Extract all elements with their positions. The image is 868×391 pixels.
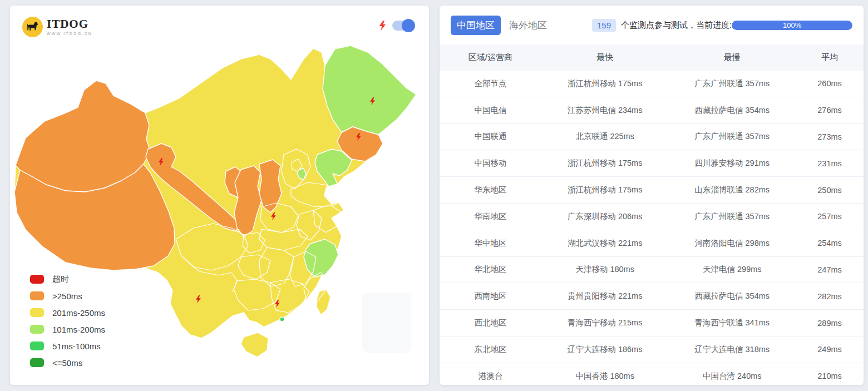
table-cell: 浙江杭州移动 175ms: [541, 158, 669, 169]
table-cell: 四川雅安移动 291ms: [668, 158, 796, 169]
column-header-1: 最快: [541, 52, 669, 63]
table-cell: 282ms: [796, 292, 864, 301]
map-watermark: [362, 293, 411, 353]
latency-legend: 超时>250ms201ms-250ms101ms-200ms51ms-100ms…: [30, 271, 105, 371]
table-cell: 中国台湾 240ms: [668, 371, 796, 382]
map-mode-toggle[interactable]: [392, 21, 413, 31]
table-cell: 浙江杭州移动 175ms: [541, 78, 669, 89]
table-cell: 广东广州联通 357ms: [668, 211, 796, 222]
table-cell: 广东广州联通 357ms: [668, 131, 796, 142]
table-cell: 东北地区: [440, 344, 541, 355]
legend-swatch: [30, 325, 44, 334]
legend-swatch: [30, 308, 44, 317]
province-hainan[interactable]: [241, 333, 268, 357]
table-cell: 华南地区: [440, 211, 541, 222]
logo-title: ITDOG: [47, 18, 92, 30]
legend-swatch: [30, 341, 44, 350]
itdog-logo: ITDOG WWW.ITDOG.CN: [22, 17, 92, 37]
results-table: 全部节点浙江杭州移动 175ms广东广州联通 357ms260ms中国电信江苏苏…: [440, 71, 864, 385]
table-cell: 289ms: [796, 319, 864, 328]
column-header-0: 区域/运营商: [440, 52, 541, 63]
table-cell: 华东地区: [440, 185, 541, 195]
table-row[interactable]: 中国联通北京联通 225ms广东广州联通 357ms273ms: [440, 124, 864, 151]
results-header: 中国地区 海外地区 159 个监测点参与测试，当前进度: 100%: [440, 6, 864, 44]
table-row[interactable]: 中国移动浙江杭州移动 175ms四川雅安移动 291ms231ms: [440, 150, 864, 177]
legend-swatch: [30, 358, 44, 367]
table-cell: 西北地区: [440, 318, 541, 328]
table-row[interactable]: 华南地区广东深圳移动 206ms广东广州联通 357ms257ms: [440, 204, 864, 230]
legend-item-4[interactable]: 51ms-100ms: [30, 338, 105, 354]
monitor-progress-label: 个监测点参与测试，当前进度:: [621, 20, 732, 31]
legend-label: <=50ms: [52, 358, 82, 368]
map-panel: ITDOG WWW.ITDOG.CN: [10, 6, 429, 385]
table-cell: 254ms: [796, 239, 864, 248]
table-row[interactable]: 西北地区青海西宁移动 215ms青海西宁联通 341ms289ms: [440, 310, 864, 336]
column-header-3: 平均: [796, 52, 864, 63]
table-cell: 西南地区: [440, 291, 541, 301]
table-cell: 广东深圳移动 206ms: [541, 211, 669, 222]
table-cell: 天津移动 180ms: [541, 264, 669, 275]
table-cell: 港澳台: [440, 371, 541, 382]
table-cell: 广东广州联通 357ms: [668, 78, 796, 89]
province-heilongjiang[interactable]: [323, 46, 416, 135]
table-cell: 249ms: [796, 345, 864, 354]
progress-fill: 100%: [732, 21, 852, 30]
legend-item-0[interactable]: 超时: [30, 271, 105, 288]
itdog-ping-page: { "logo": { "title": "ITDOG", "subtitle"…: [0, 0, 868, 391]
table-cell: 中国移动: [440, 158, 541, 169]
column-header-2: 最慢: [668, 52, 796, 63]
legend-item-2[interactable]: 201ms-250ms: [30, 304, 105, 321]
table-header-row: 区域/运营商最快最慢平均: [440, 44, 864, 71]
legend-label: 101ms-200ms: [52, 325, 105, 334]
table-cell: 华北地区: [440, 264, 541, 275]
table-cell: 北京联通 225ms: [541, 131, 669, 142]
table-cell: 260ms: [796, 79, 864, 88]
table-cell: 贵州贵阳移动 221ms: [541, 291, 669, 301]
table-cell: 210ms: [796, 372, 864, 380]
table-cell: 山东淄博联通 282ms: [668, 185, 796, 195]
tab-overseas-region[interactable]: 海外地区: [503, 16, 553, 35]
table-cell: 中国香港 180ms: [541, 371, 669, 382]
table-cell: 231ms: [796, 159, 864, 168]
table-cell: 中国联通: [440, 131, 541, 142]
table-row[interactable]: 东北地区辽宁大连移动 186ms辽宁大连电信 318ms249ms: [440, 336, 864, 363]
toggle-knob[interactable]: [402, 19, 415, 32]
table-cell: 辽宁大连电信 318ms: [668, 344, 796, 355]
table-row[interactable]: 华中地区湖北武汉移动 221ms河南洛阳电信 298ms254ms: [440, 230, 864, 257]
tab-china-region[interactable]: 中国地区: [451, 16, 501, 35]
logo-subtitle: WWW.ITDOG.CN: [47, 32, 92, 36]
monitor-count-badge: 159: [592, 19, 616, 32]
logo-dog-icon: [22, 17, 43, 37]
legend-item-1[interactable]: >250ms: [30, 288, 105, 304]
table-cell: 西藏拉萨电信 354ms: [668, 105, 796, 116]
table-row[interactable]: 华东地区浙江杭州移动 175ms山东淄博联通 282ms250ms: [440, 177, 864, 204]
table-cell: 青海西宁移动 215ms: [541, 318, 669, 328]
table-cell: 江苏苏州电信 234ms: [541, 105, 669, 116]
legend-swatch: [30, 291, 44, 300]
table-cell: 中国电信: [440, 105, 541, 116]
table-cell: 辽宁大连移动 186ms: [541, 344, 669, 355]
table-cell: 湖北武汉移动 221ms: [541, 238, 669, 249]
table-row[interactable]: 西南地区贵州贵阳移动 221ms西藏拉萨电信 354ms282ms: [440, 283, 864, 310]
table-cell: 273ms: [796, 132, 864, 141]
legend-item-3[interactable]: 101ms-200ms: [30, 321, 105, 338]
table-cell: 天津电信 299ms: [668, 264, 796, 275]
table-cell: 河南洛阳电信 298ms: [668, 238, 796, 249]
table-cell: 247ms: [796, 265, 864, 274]
lightning-icon: [379, 21, 386, 31]
table-cell: 西藏拉萨电信 354ms: [668, 291, 796, 301]
table-row[interactable]: 华北地区天津移动 180ms天津电信 299ms247ms: [440, 257, 864, 284]
legend-label: >250ms: [52, 291, 82, 301]
results-panel: 中国地区 海外地区 159 个监测点参与测试，当前进度: 100% 区域/运营商…: [440, 6, 864, 385]
table-row[interactable]: 中国电信江苏苏州电信 234ms西藏拉萨电信 354ms276ms: [440, 97, 864, 124]
table-cell: 250ms: [796, 186, 864, 195]
legend-swatch: [30, 275, 44, 284]
legend-label: 51ms-100ms: [52, 341, 101, 351]
table-cell: 全部节点: [440, 78, 541, 89]
table-row[interactable]: 全部节点浙江杭州移动 175ms广东广州联通 357ms260ms: [440, 71, 864, 97]
legend-label: 超时: [52, 274, 69, 285]
table-row[interactable]: 港澳台中国香港 180ms中国台湾 240ms210ms: [440, 363, 864, 385]
table-cell: 257ms: [796, 212, 864, 221]
province-hongkong[interactable]: [280, 317, 284, 321]
legend-item-5[interactable]: <=50ms: [30, 354, 105, 371]
